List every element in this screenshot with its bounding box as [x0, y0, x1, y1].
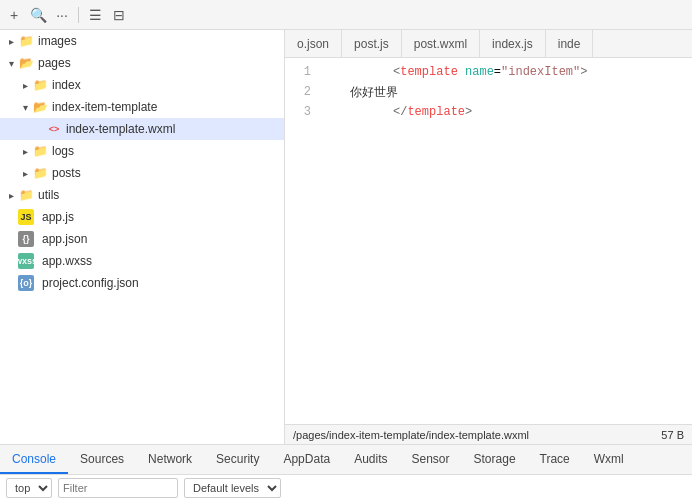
sidebar-item-label: images	[38, 34, 77, 48]
more-icon[interactable]: ···	[54, 7, 70, 23]
sidebar-item-label: index-template.wxml	[66, 122, 175, 136]
tab-label: o.json	[297, 37, 329, 51]
tab-inde[interactable]: inde	[546, 30, 594, 58]
tab-label: Audits	[354, 452, 387, 466]
main-area: images pages index index-item-template <…	[0, 30, 692, 444]
tab-label: Security	[216, 452, 259, 466]
arrow-icon	[4, 58, 18, 69]
tab-label: Network	[148, 452, 192, 466]
folder-open-icon	[32, 99, 48, 115]
sidebar-item-project-config[interactable]: {o} project.config.json	[0, 272, 284, 294]
tab-appdata[interactable]: AppData	[271, 445, 342, 474]
tab-label: Sensor	[412, 452, 450, 466]
sidebar-item-index[interactable]: index	[0, 74, 284, 96]
folder-icon	[32, 77, 48, 93]
tab-console[interactable]: Console	[0, 445, 68, 474]
arrow-icon	[18, 146, 32, 157]
config-file-icon: {o}	[18, 275, 34, 291]
code-line-3: 3 </template>	[285, 102, 692, 122]
sidebar-item-app-json[interactable]: {} app.json	[0, 228, 284, 250]
list-icon[interactable]: ☰	[87, 7, 103, 23]
editor-tabs: o.json post.js post.wxml index.js inde	[285, 30, 692, 58]
line-number: 2	[285, 85, 321, 99]
json-file-icon: {}	[18, 231, 34, 247]
bottom-row: top Default levels	[0, 474, 692, 500]
sidebar-item-index-item-template[interactable]: index-item-template	[0, 96, 284, 118]
arrow-icon	[18, 80, 32, 91]
tab-sensor[interactable]: Sensor	[400, 445, 462, 474]
arrow-icon	[18, 102, 32, 113]
arrow-icon	[18, 168, 32, 179]
editor-area: o.json post.js post.wxml index.js inde 1…	[285, 30, 692, 444]
tab-label: Storage	[474, 452, 516, 466]
tab-label: AppData	[283, 452, 330, 466]
tab-trace[interactable]: Trace	[528, 445, 582, 474]
status-path: /pages/index-item-template/index-templat…	[293, 429, 529, 441]
folder-icon	[18, 33, 34, 49]
top-select[interactable]: top	[6, 478, 52, 498]
tab-storage[interactable]: Storage	[462, 445, 528, 474]
sidebar-item-label: index	[52, 78, 81, 92]
folder-icon	[32, 165, 48, 181]
sidebar-item-label: utils	[38, 188, 59, 202]
tab-network[interactable]: Network	[136, 445, 204, 474]
sidebar-item-pages[interactable]: pages	[0, 52, 284, 74]
line-number: 1	[285, 65, 321, 79]
tab-post-js[interactable]: post.js	[342, 30, 402, 58]
sidebar-item-index-template-wxml[interactable]: <> index-template.wxml	[0, 118, 284, 140]
wxss-file-icon: wxss	[18, 253, 34, 269]
status-bar: /pages/index-item-template/index-templat…	[285, 424, 692, 444]
sidebar-item-label: logs	[52, 144, 74, 158]
sidebar-item-utils[interactable]: utils	[0, 184, 284, 206]
sidebar-item-label: app.js	[42, 210, 74, 224]
code-editor: 1 <template name="indexItem"> 2 你好世界 3 <…	[285, 58, 692, 424]
js-file-icon: JS	[18, 209, 34, 225]
tab-security[interactable]: Security	[204, 445, 271, 474]
folder-open-icon	[18, 55, 34, 71]
sidebar-item-label: pages	[38, 56, 71, 70]
search-icon[interactable]: 🔍	[30, 7, 46, 23]
tab-index-js[interactable]: index.js	[480, 30, 546, 58]
sidebar-item-label: index-item-template	[52, 100, 157, 114]
sidebar-item-label: project.config.json	[42, 276, 139, 290]
sidebar-item-label: posts	[52, 166, 81, 180]
tab-post-wxml[interactable]: post.wxml	[402, 30, 480, 58]
folder-icon	[32, 143, 48, 159]
sidebar-item-images[interactable]: images	[0, 30, 284, 52]
tab-label: index.js	[492, 37, 533, 51]
sidebar-item-label: app.wxss	[42, 254, 92, 268]
code-line-1: 1 <template name="indexItem">	[285, 62, 692, 82]
sidebar-item-logs[interactable]: logs	[0, 140, 284, 162]
folder-icon	[18, 187, 34, 203]
arrow-icon	[4, 36, 18, 47]
line-number: 3	[285, 105, 321, 119]
tab-label: Trace	[540, 452, 570, 466]
tab-label: Sources	[80, 452, 124, 466]
filter-input[interactable]	[58, 478, 178, 498]
tab-label: inde	[558, 37, 581, 51]
status-size: 57 B	[661, 429, 684, 441]
devtools-bar: Console Sources Network Security AppData…	[0, 444, 692, 474]
tab-audits[interactable]: Audits	[342, 445, 399, 474]
toolbar: + 🔍 ··· ☰ ⊟	[0, 0, 692, 30]
plus-icon[interactable]: +	[6, 7, 22, 23]
sidebar: images pages index index-item-template <…	[0, 30, 285, 444]
sidebar-item-posts[interactable]: posts	[0, 162, 284, 184]
split-icon[interactable]: ⊟	[111, 7, 127, 23]
levels-select[interactable]: Default levels	[184, 478, 281, 498]
arrow-icon	[4, 190, 18, 201]
tab-label: post.wxml	[414, 37, 467, 51]
tab-wxml[interactable]: Wxml	[582, 445, 636, 474]
tab-b-json[interactable]: o.json	[285, 30, 342, 58]
sidebar-item-app-js[interactable]: JS app.js	[0, 206, 284, 228]
tab-sources[interactable]: Sources	[68, 445, 136, 474]
wxml-icon: <>	[46, 121, 62, 137]
tab-label: Wxml	[594, 452, 624, 466]
tab-label: Console	[12, 452, 56, 466]
sidebar-item-app-wxss[interactable]: wxss app.wxss	[0, 250, 284, 272]
tab-label: post.js	[354, 37, 389, 51]
sidebar-item-label: app.json	[42, 232, 87, 246]
line-content: </template>	[321, 91, 692, 133]
